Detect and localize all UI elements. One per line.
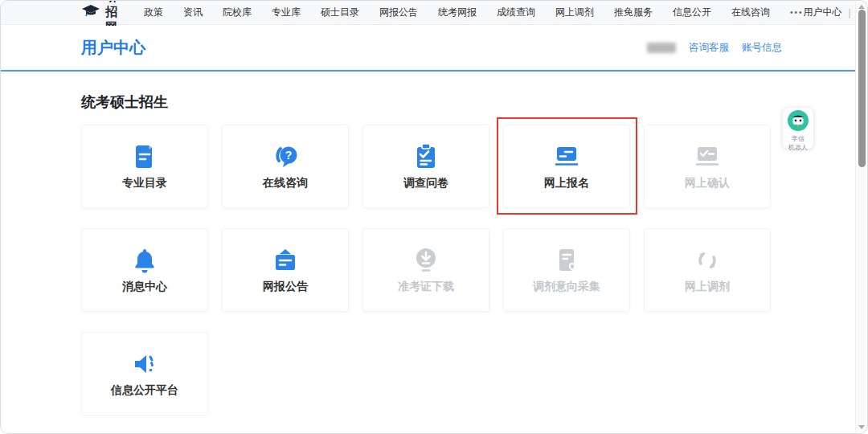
refresh-icon bbox=[691, 244, 723, 276]
tile-label: 专业目录 bbox=[122, 176, 167, 190]
chsi-robot-widget[interactable]: 学信 机器人 bbox=[782, 107, 814, 149]
tile-online-adjustment: 网上调剂 bbox=[644, 228, 771, 312]
svg-text:?: ? bbox=[285, 149, 293, 162]
download-icon bbox=[410, 244, 442, 276]
nav-item-adjustment[interactable]: 网上调剂 bbox=[555, 6, 594, 19]
nav-more-ellipsis[interactable]: ••• bbox=[790, 8, 804, 17]
speaker-icon bbox=[129, 348, 161, 380]
vertical-scrollbar[interactable] bbox=[855, 2, 866, 432]
tile-online-registration[interactable]: 网上报名 bbox=[503, 125, 630, 208]
laptop-icon bbox=[551, 141, 583, 173]
tile-admission-ticket-download: 准考证下载 bbox=[362, 228, 489, 312]
nav-item-unified-apply[interactable]: 统考网报 bbox=[438, 6, 477, 19]
robot-avatar-icon bbox=[788, 110, 809, 134]
nav-item-online-consult[interactable]: 在线咨询 bbox=[731, 6, 770, 19]
clipboard-check-icon bbox=[410, 141, 442, 173]
tile-label: 调查问卷 bbox=[403, 176, 448, 190]
tile-adjustment-intention: 调剂意向采集 bbox=[503, 228, 630, 312]
tile-major-catalog[interactable]: 专业目录 bbox=[81, 125, 208, 208]
announcement-icon bbox=[269, 244, 301, 276]
tile-label: 消息中心 bbox=[122, 280, 167, 294]
tile-label: 在线咨询 bbox=[263, 176, 308, 190]
tile-registration-notice[interactable]: 网报公告 bbox=[222, 228, 349, 312]
tile-message-center[interactable]: 消息中心 bbox=[81, 228, 208, 312]
tile-label: 网上调剂 bbox=[685, 280, 730, 294]
scrollbar-up-arrow-icon[interactable] bbox=[858, 5, 865, 9]
nav-separator: | bbox=[849, 7, 851, 18]
tile-label: 调剂意向采集 bbox=[533, 280, 600, 294]
tile-survey[interactable]: 调查问卷 bbox=[362, 125, 489, 208]
nav-user-center-link[interactable]: 用户中心 bbox=[804, 6, 842, 19]
scrollbar-down-arrow-icon[interactable] bbox=[858, 425, 865, 429]
laptop-check-icon bbox=[691, 141, 723, 173]
top-nav: 研招网 政策 资讯 院校库 专业库 硕士目录 网报公告 统考网报 成绩查询 网上… bbox=[1, 1, 856, 25]
tile-label: 信息公开平台 bbox=[111, 383, 178, 398]
tile-online-confirmation: 网上确认 bbox=[644, 125, 771, 208]
bell-icon bbox=[129, 244, 161, 276]
nav-item-exempt-service[interactable]: 推免服务 bbox=[614, 6, 653, 19]
tile-label: 网上确认 bbox=[685, 176, 730, 190]
page-title: 用户中心 bbox=[81, 37, 145, 59]
browser-page: 研招网 政策 资讯 院校库 专业库 硕士目录 网报公告 统考网报 成绩查询 网上… bbox=[0, 0, 868, 434]
nav-item-policy[interactable]: 政策 bbox=[144, 6, 163, 19]
robot-label-line2: 机器人 bbox=[788, 144, 808, 152]
nav-menu: 政策 资讯 院校库 专业库 硕士目录 网报公告 统考网报 成绩查询 网上调剂 推… bbox=[144, 6, 804, 19]
tile-info-disclosure-platform[interactable]: 信息公开平台 bbox=[81, 332, 208, 416]
chat-question-icon: ? bbox=[269, 141, 301, 173]
nav-item-info-disclosure[interactable]: 信息公开 bbox=[673, 6, 711, 19]
account-info-link[interactable]: 账号信息 bbox=[742, 41, 782, 55]
nav-item-major-db[interactable]: 专业库 bbox=[272, 6, 301, 19]
nav-item-online-notice[interactable]: 网报公告 bbox=[379, 6, 418, 19]
nav-item-score-query[interactable]: 成绩查询 bbox=[497, 6, 535, 19]
doc-heart-icon bbox=[551, 244, 583, 276]
consult-service-link[interactable]: 咨询客服 bbox=[689, 41, 729, 55]
catalog-icon bbox=[129, 141, 161, 173]
tile-label: 网报公告 bbox=[263, 280, 308, 294]
graduation-cap-icon bbox=[81, 4, 100, 21]
scrollbar-thumb[interactable] bbox=[858, 10, 866, 167]
robot-label-line1: 学信 bbox=[792, 135, 805, 143]
nav-item-master-catalog[interactable]: 硕士目录 bbox=[321, 6, 359, 19]
nav-item-news[interactable]: 资讯 bbox=[183, 6, 203, 19]
header-user-links: 咨询客服 账号信息 bbox=[647, 41, 782, 55]
nav-item-school-db[interactable]: 院校库 bbox=[223, 6, 252, 19]
tile-label: 准考证下载 bbox=[398, 280, 454, 294]
username-redacted bbox=[647, 43, 676, 53]
main-content: 统考硕士招生 专业目录 bbox=[1, 73, 856, 433]
tile-label: 网上报名 bbox=[544, 176, 589, 190]
section-title: 统考硕士招生 bbox=[81, 92, 856, 112]
page-header: 用户中心 咨询客服 账号信息 bbox=[1, 26, 856, 72]
service-tile-grid: 专业目录 ? 在线咨询 bbox=[81, 125, 788, 416]
tile-online-consult[interactable]: ? 在线咨询 bbox=[222, 125, 349, 208]
